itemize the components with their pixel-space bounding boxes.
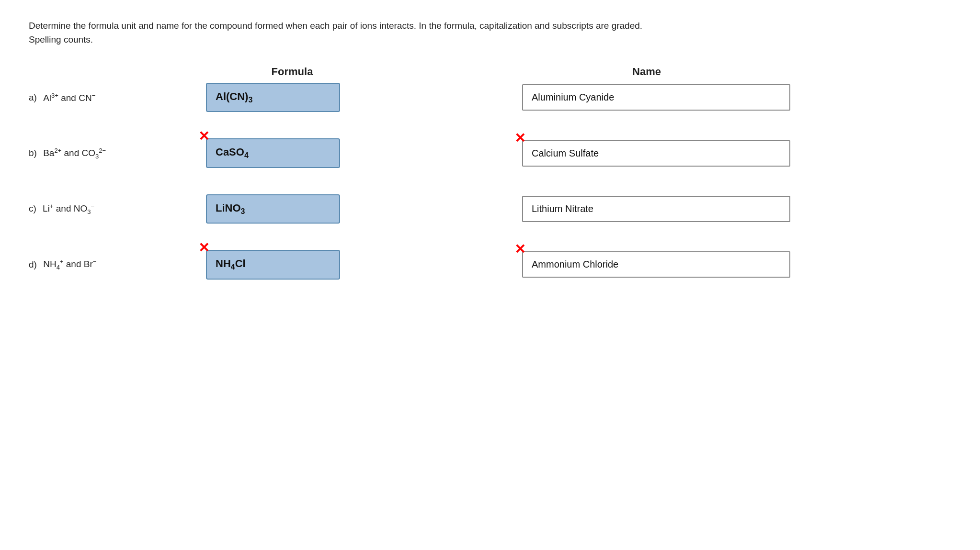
row-label-c: c) Li+ and NO3− bbox=[29, 202, 206, 215]
name-column-header: Name bbox=[527, 66, 766, 78]
formula-box-a[interactable]: Al(CN)3 bbox=[206, 83, 340, 112]
ion-pair-d: NH4+ and Br− bbox=[43, 258, 96, 271]
formula-error-icon-d: ✕ bbox=[198, 241, 209, 255]
formula-wrapper-a: Al(CN)3 bbox=[206, 83, 340, 112]
formula-cell-b[interactable]: ✕CaSO4 bbox=[206, 138, 369, 168]
formula-box-c[interactable]: LiNO3 bbox=[206, 194, 340, 224]
formula-error-icon-b: ✕ bbox=[198, 130, 209, 143]
row-c: c) Li+ and NO3−LiNO3Lithium Nitrate bbox=[29, 194, 951, 224]
name-cell-c[interactable]: Lithium Nitrate bbox=[522, 196, 790, 222]
formula-wrapper-c: LiNO3 bbox=[206, 194, 340, 224]
formula-box-d[interactable]: NH4Cl bbox=[206, 250, 340, 279]
row-label-b: b) Ba2+ and CO32− bbox=[29, 147, 206, 160]
rows-container: a) Al3+ and CN−Al(CN)3Aluminium Cyanideb… bbox=[29, 83, 951, 280]
formula-box-b[interactable]: CaSO4 bbox=[206, 138, 340, 168]
table-header: Formula Name bbox=[211, 66, 951, 78]
formula-wrapper-b: ✕CaSO4 bbox=[206, 138, 340, 168]
instructions-text: Determine the formula unit and name for … bbox=[29, 19, 651, 46]
name-wrapper-a: Aluminium Cyanide bbox=[522, 84, 790, 111]
name-error-icon-b: ✕ bbox=[514, 132, 525, 145]
name-cell-a[interactable]: Aluminium Cyanide bbox=[522, 84, 790, 111]
row-id-b: b) bbox=[29, 148, 37, 158]
ion-pair-b: Ba2+ and CO32− bbox=[43, 147, 106, 160]
ion-pair-c: Li+ and NO3− bbox=[43, 202, 94, 215]
row-b: b) Ba2+ and CO32−✕CaSO4✕Calcium Sulfate bbox=[29, 138, 951, 168]
formula-column-header: Formula bbox=[211, 66, 374, 78]
name-box-b[interactable]: Calcium Sulfate bbox=[522, 140, 790, 167]
formula-cell-a[interactable]: Al(CN)3 bbox=[206, 83, 369, 112]
name-box-c[interactable]: Lithium Nitrate bbox=[522, 196, 790, 222]
ion-pair-a: Al3+ and CN− bbox=[43, 92, 95, 103]
name-wrapper-b: ✕Calcium Sulfate bbox=[522, 140, 790, 167]
name-error-icon-d: ✕ bbox=[514, 243, 525, 256]
name-cell-d[interactable]: ✕Ammonium Chloride bbox=[522, 251, 790, 278]
name-box-d[interactable]: Ammonium Chloride bbox=[522, 251, 790, 278]
name-cell-b[interactable]: ✕Calcium Sulfate bbox=[522, 140, 790, 167]
row-label-a: a) Al3+ and CN− bbox=[29, 92, 206, 103]
formula-wrapper-d: ✕NH4Cl bbox=[206, 250, 340, 279]
row-d: d) NH4+ and Br−✕NH4Cl✕Ammonium Chloride bbox=[29, 250, 951, 279]
name-box-a[interactable]: Aluminium Cyanide bbox=[522, 84, 790, 111]
row-id-d: d) bbox=[29, 259, 37, 270]
formula-cell-c[interactable]: LiNO3 bbox=[206, 194, 369, 224]
row-id-a: a) bbox=[29, 92, 37, 103]
name-wrapper-d: ✕Ammonium Chloride bbox=[522, 251, 790, 278]
row-label-d: d) NH4+ and Br− bbox=[29, 258, 206, 271]
row-id-c: c) bbox=[29, 203, 36, 214]
formula-cell-d[interactable]: ✕NH4Cl bbox=[206, 250, 369, 279]
name-wrapper-c: Lithium Nitrate bbox=[522, 196, 790, 222]
row-a: a) Al3+ and CN−Al(CN)3Aluminium Cyanide bbox=[29, 83, 951, 112]
